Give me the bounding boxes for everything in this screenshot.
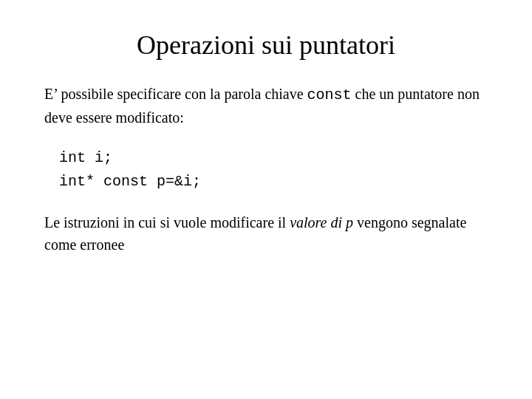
paragraph-1: E’ possibile specificare con la parola c…: [44, 83, 488, 129]
paragraph2-italic: valore di p: [290, 214, 353, 231]
paragraph1-text-before: E’ possibile specificare con la parola c…: [44, 86, 307, 102]
paragraph-2: Le istruzioni in cui si vuole modificare…: [44, 211, 488, 256]
paragraph2-text-before: Le istruzioni in cui si vuole modificare…: [44, 214, 290, 231]
paragraph1-inline-code: const: [307, 86, 352, 103]
code-line-1: int i;: [59, 146, 488, 170]
code-line-2: int* const p=&i;: [59, 170, 488, 194]
slide-title: Operazioni sui puntatori: [44, 30, 488, 61]
slide-container: Operazioni sui puntatori E’ possibile sp…: [0, 0, 532, 399]
code-block: int i; int* const p=&i;: [44, 146, 488, 194]
slide-body: E’ possibile specificare con la parola c…: [44, 83, 488, 273]
